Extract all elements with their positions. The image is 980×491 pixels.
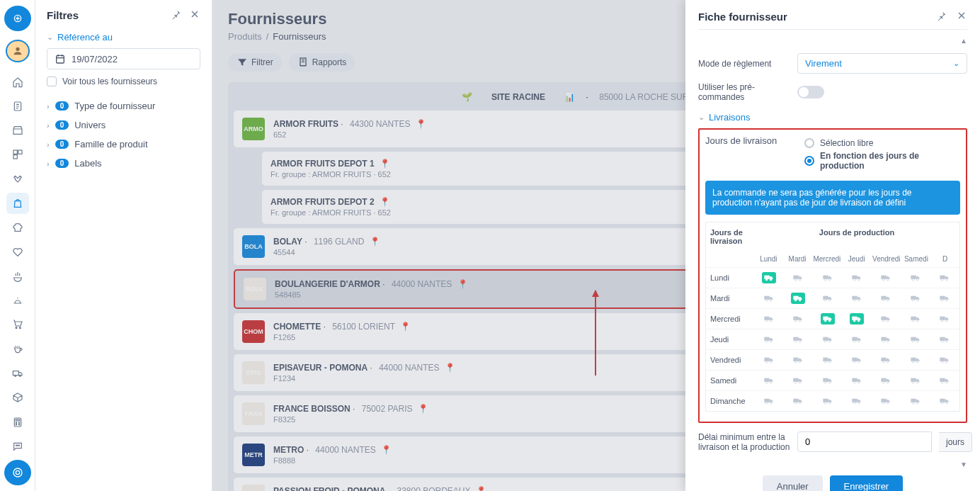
matrix-cell[interactable] (783, 391, 812, 411)
matrix-cell[interactable] (901, 391, 930, 411)
panel-pin-icon[interactable] (936, 10, 947, 23)
save-button[interactable]: Enregistrer (830, 475, 904, 491)
filter-section-ref[interactable]: ⌄Référencé au (47, 32, 200, 43)
nav-box-icon[interactable] (6, 387, 29, 408)
matrix-cell[interactable] (930, 371, 959, 390)
matrix-cell[interactable] (842, 350, 871, 370)
filter-button[interactable]: Filtrer (228, 53, 282, 72)
matrix-cell[interactable] (813, 391, 842, 411)
matrix-cell[interactable] (754, 268, 783, 288)
matrix-cell[interactable] (930, 309, 959, 329)
matrix-cell[interactable] (842, 391, 871, 411)
matrix-cell[interactable] (901, 371, 930, 390)
matrix-cell[interactable] (813, 329, 842, 349)
nav-home-icon[interactable] (6, 71, 29, 92)
matrix-cell[interactable] (901, 329, 930, 349)
svg-point-98 (858, 340, 860, 342)
nav-help-icon[interactable] (4, 460, 31, 485)
matrix-cell[interactable] (930, 350, 959, 370)
matrix-cell[interactable] (930, 268, 959, 288)
matrix-cell[interactable] (930, 288, 959, 308)
nav-bell-icon[interactable] (6, 290, 29, 311)
deliveries-section-header[interactable]: ⌄Livraisons (698, 112, 967, 123)
matrix-cell[interactable] (813, 288, 842, 308)
pin-icon[interactable] (171, 9, 182, 22)
matrix-cell[interactable] (813, 309, 842, 329)
delay-input[interactable] (797, 431, 932, 452)
nav-grid-icon[interactable] (6, 144, 29, 165)
nav-chat-icon[interactable] (6, 436, 29, 457)
matrix-cell[interactable] (842, 309, 871, 329)
filter-group[interactable]: ›0Labels (47, 154, 200, 173)
matrix-row-label: Mardi (706, 288, 754, 308)
matrix-cell[interactable] (754, 329, 783, 349)
matrix-cell[interactable] (783, 309, 812, 329)
nav-heart-icon[interactable] (6, 241, 29, 262)
nav-calc-icon[interactable] (6, 412, 29, 433)
matrix-cell[interactable] (872, 371, 901, 390)
app-logo[interactable] (4, 6, 31, 31)
radio-free-selection[interactable]: Sélection libre (804, 138, 960, 148)
nav-truck-icon[interactable] (6, 363, 29, 384)
scroll-down-icon[interactable]: ▼ (698, 461, 967, 468)
matrix-cell[interactable] (813, 371, 842, 390)
matrix-cell[interactable] (783, 350, 812, 370)
matrix-cell[interactable] (901, 309, 930, 329)
svg-point-55 (853, 299, 855, 301)
matrix-cell[interactable] (783, 288, 812, 308)
matrix-cell[interactable] (872, 268, 901, 288)
matrix-cell[interactable] (901, 268, 930, 288)
svg-point-47 (770, 299, 772, 301)
nav-doc-icon[interactable] (6, 96, 29, 117)
nav-cart-icon[interactable] (6, 314, 29, 335)
matrix-cell[interactable] (754, 350, 783, 370)
matrix-cell[interactable] (930, 329, 959, 349)
payment-mode-select[interactable]: Virement⌄ (797, 53, 967, 74)
matrix-cell[interactable] (872, 288, 901, 308)
matrix-cell[interactable] (813, 350, 842, 370)
nav-store-icon[interactable] (6, 120, 29, 141)
nav-bag-icon[interactable] (6, 193, 29, 214)
panel-close-icon[interactable] (956, 10, 967, 23)
svg-point-29 (799, 278, 801, 281)
matrix-cell[interactable] (813, 268, 842, 288)
nav-coffee-icon[interactable] (6, 339, 29, 360)
date-input[interactable]: 19/07/2022 (47, 48, 200, 69)
matrix-cell[interactable] (754, 309, 783, 329)
matrix-cell[interactable] (842, 268, 871, 288)
matrix-cell[interactable] (754, 371, 783, 390)
filter-group[interactable]: ›0Famille de produit (47, 135, 200, 154)
matrix-cell[interactable] (901, 350, 930, 370)
matrix-cell[interactable] (842, 288, 871, 308)
nav-chef-icon[interactable] (6, 217, 29, 238)
matrix-cell[interactable] (783, 329, 812, 349)
reports-button[interactable]: Rapports (289, 53, 355, 72)
cancel-button[interactable]: Annuler (763, 475, 823, 491)
matrix-cell[interactable] (930, 391, 959, 411)
matrix-cell[interactable] (754, 391, 783, 411)
matrix-cell[interactable] (872, 350, 901, 370)
svg-point-83 (916, 320, 918, 322)
matrix-cell[interactable] (783, 268, 812, 288)
user-avatar[interactable] (6, 40, 30, 62)
matrix-cell[interactable] (783, 371, 812, 390)
matrix-cell[interactable] (901, 288, 930, 308)
preorder-toggle[interactable] (797, 86, 824, 98)
svg-point-164 (887, 402, 889, 404)
svg-point-43 (942, 278, 944, 281)
filter-group[interactable]: ›0Univers (47, 115, 200, 135)
matrix-cell[interactable] (872, 309, 901, 329)
nav-plate-icon[interactable] (6, 266, 29, 287)
radio-production-days[interactable]: En fonction des jours de production (804, 151, 960, 171)
matrix-cell[interactable] (754, 288, 783, 308)
scroll-up-icon[interactable]: ▲ (698, 37, 967, 45)
filter-group[interactable]: ›0Type de fournisseur (47, 96, 200, 115)
close-icon[interactable] (189, 9, 200, 22)
nav-handshake-icon[interactable] (6, 169, 29, 190)
show-all-checkbox[interactable]: Voir tous les fournisseurs (47, 77, 200, 86)
matrix-cell[interactable] (842, 329, 871, 349)
matrix-cell[interactable] (872, 391, 901, 411)
matrix-cell[interactable] (872, 329, 901, 349)
svg-point-28 (794, 278, 797, 281)
matrix-cell[interactable] (842, 371, 871, 390)
